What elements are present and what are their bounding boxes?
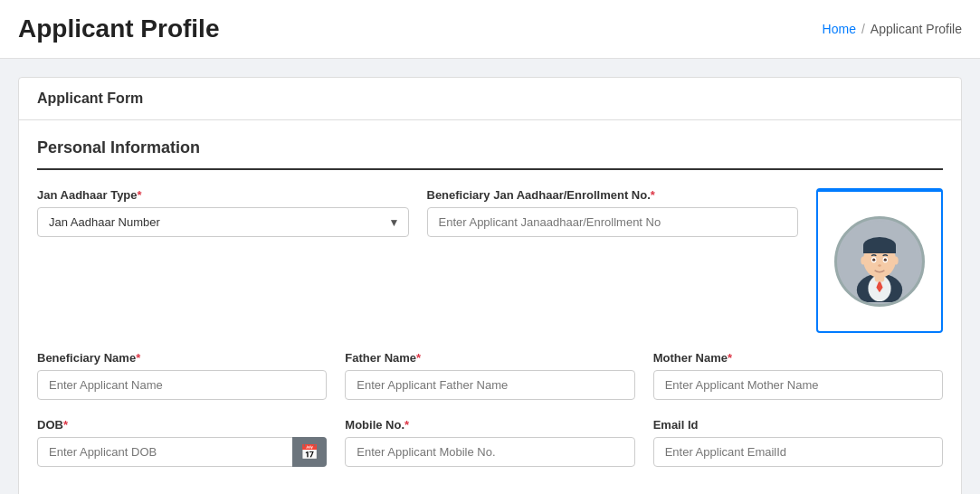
form-group-beneficiary-jan-aadhaar: Beneficiary Jan Aadhaar/Enrollment No.*	[427, 188, 799, 237]
dob-label: DOB*	[37, 418, 327, 432]
required-marker-4: *	[416, 351, 421, 365]
beneficiary-jan-aadhaar-label: Beneficiary Jan Aadhaar/Enrollment No.*	[427, 188, 799, 202]
calendar-icon: 📅	[300, 443, 319, 461]
required-marker-6: *	[63, 418, 68, 432]
form-group-email-id: Email Id	[653, 418, 943, 467]
applicant-form-card: Applicant Form Personal Information Jan …	[18, 77, 962, 494]
avatar	[834, 216, 925, 307]
card-header: Applicant Form	[19, 78, 961, 120]
jan-aadhaar-type-select[interactable]: Jan Aadhaar Number	[37, 207, 409, 237]
beneficiary-name-label: Beneficiary Name*	[37, 351, 327, 365]
email-id-label: Email Id	[653, 418, 943, 432]
avatar-icon	[839, 221, 920, 302]
required-marker-3: *	[136, 351, 140, 365]
svg-point-11	[884, 259, 887, 261]
mother-name-input[interactable]	[653, 370, 943, 400]
form-group-mobile-no: Mobile No.*	[345, 418, 634, 467]
mobile-no-input[interactable]	[345, 437, 634, 467]
page-title: Applicant Profile	[18, 14, 219, 43]
jan-aadhaar-type-wrapper: Jan Aadhaar Number ▼	[37, 207, 409, 237]
svg-rect-7	[863, 245, 896, 253]
mother-name-label: Mother Name*	[653, 351, 943, 365]
required-marker-5: *	[728, 351, 732, 365]
form-group-father-name: Father Name*	[345, 351, 634, 400]
breadcrumb-separator: /	[861, 22, 865, 36]
form-group-beneficiary-name: Beneficiary Name*	[37, 351, 327, 400]
section-divider	[37, 168, 943, 170]
breadcrumb-home[interactable]: Home	[823, 22, 856, 36]
form-group-dob: DOB* 📅	[37, 418, 327, 467]
svg-point-13	[861, 257, 865, 265]
mobile-no-label: Mobile No.*	[345, 418, 634, 432]
beneficiary-name-input[interactable]	[37, 370, 327, 400]
page-header: Applicant Profile Home / Applicant Profi…	[0, 0, 980, 59]
form-row-3: DOB* 📅 Mobile No.* E	[37, 418, 943, 467]
svg-point-12	[878, 264, 881, 267]
breadcrumb: Home / Applicant Profile	[823, 22, 962, 36]
father-name-label: Father Name*	[345, 351, 634, 365]
dob-wrapper: 📅	[37, 437, 327, 467]
card-body: Personal Information Jan Aadhaar Type* J…	[19, 120, 961, 494]
form-row-2: Beneficiary Name* Father Name* Mother Na…	[37, 351, 943, 400]
required-marker-2: *	[651, 188, 655, 202]
main-content: Applicant Form Personal Information Jan …	[0, 59, 980, 494]
jan-aadhaar-type-label: Jan Aadhaar Type*	[37, 188, 409, 202]
required-marker-7: *	[404, 418, 409, 432]
beneficiary-jan-aadhaar-input[interactable]	[427, 207, 799, 237]
father-name-input[interactable]	[345, 370, 634, 400]
svg-point-14	[893, 257, 898, 265]
form-group-mother-name: Mother Name*	[653, 351, 943, 400]
dob-input[interactable]	[37, 437, 327, 467]
form-row-1: Jan Aadhaar Type* Jan Aadhaar Number ▼ B…	[37, 188, 943, 333]
avatar-upload-area[interactable]	[816, 188, 943, 333]
svg-point-10	[872, 259, 875, 261]
form-group-jan-aadhaar-type: Jan Aadhaar Type* Jan Aadhaar Number ▼	[37, 188, 409, 237]
required-marker: *	[138, 188, 142, 202]
section-title: Personal Information	[37, 138, 943, 157]
calendar-button[interactable]: 📅	[292, 437, 327, 467]
email-id-input[interactable]	[653, 437, 943, 467]
breadcrumb-current: Applicant Profile	[871, 22, 962, 36]
